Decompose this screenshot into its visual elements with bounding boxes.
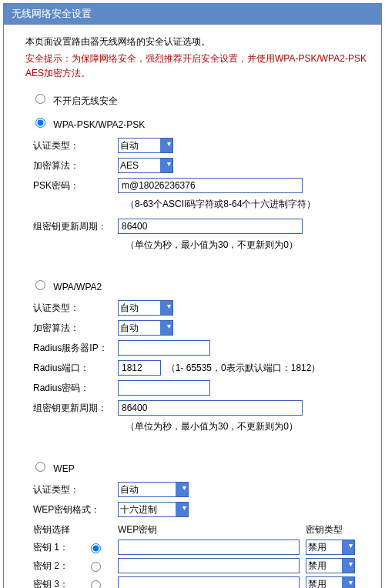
wep-row-2: 密钥 2： 禁用 <box>25 558 367 573</box>
input-radius-port[interactable] <box>118 360 161 376</box>
radio-disable-security[interactable] <box>35 94 45 104</box>
intro-text: 本页面设置路由器无线网络的安全认证选项。 <box>25 35 367 48</box>
input-rekey-period[interactable] <box>118 219 303 234</box>
header-key-select: 密钥选择 <box>25 523 118 536</box>
label-key3: 密钥 3： <box>33 578 69 588</box>
label-key2: 密钥 2： <box>33 560 69 573</box>
input-wep-key1[interactable] <box>118 540 300 555</box>
radio-wep-key3[interactable] <box>91 580 101 588</box>
select-wep-type2[interactable]: 禁用 <box>306 558 355 573</box>
label-rekey: 组密钥更新周期： <box>25 220 118 233</box>
hint-psk: （8-63个ASCII码字符或8-64个十六进制字符） <box>126 198 367 211</box>
hint-rekey: （单位为秒，最小值为30，不更新则为0） <box>126 239 367 252</box>
label-auth-type: 认证类型： <box>25 139 118 152</box>
select-wpa-encrypt[interactable]: 自动 <box>118 320 173 336</box>
label-radius-port: Radius端口： <box>25 362 118 375</box>
radio-wpa-psk-label: WPA-PSK/WPA2-PSK <box>53 119 145 130</box>
label-wep-auth: 认证类型： <box>25 483 118 496</box>
wep-row-3: 密钥 3： 禁用 <box>25 576 367 588</box>
select-wpapsk-auth[interactable]: 自动 <box>118 138 173 153</box>
header-wep-key: WEP密钥 <box>118 523 306 536</box>
page-title: 无线网络安全设置 <box>4 4 381 25</box>
label-wep-format: WEP密钥格式： <box>25 503 118 516</box>
radio-wpa-label: WPA/WPA2 <box>53 282 102 292</box>
label-radius-ip: Radius服务器IP： <box>25 342 118 355</box>
label-wpa-auth: 认证类型： <box>25 302 118 315</box>
input-wpa-rekey[interactable] <box>118 400 303 416</box>
input-wep-key3[interactable] <box>118 576 300 588</box>
radio-wep-key1[interactable] <box>91 543 101 553</box>
hint-wpa-rekey: （单位为秒，最小值为30，不更新则为0） <box>126 420 367 433</box>
input-psk-password[interactable] <box>118 178 303 193</box>
label-encrypt: 加密算法： <box>25 159 118 172</box>
header-key-type: 密钥类型 <box>306 523 367 536</box>
radio-disable-label: 不开启无线安全 <box>53 95 118 106</box>
input-radius-ip[interactable] <box>118 340 210 356</box>
radio-wep-label: WEP <box>53 463 74 474</box>
label-wpa-rekey: 组密钥更新周期： <box>25 402 118 415</box>
select-wpapsk-encrypt[interactable]: AES <box>118 158 173 173</box>
radio-wep-key2[interactable] <box>91 562 101 572</box>
hint-radius-port: （1- 65535，0表示默认端口：1812） <box>166 362 321 373</box>
security-warning: 安全提示：为保障网络安全，强烈推荐开启安全设置，并使用WPA-PSK/WPA2-… <box>25 52 367 81</box>
select-wep-type1[interactable]: 禁用 <box>306 540 355 555</box>
label-key1: 密钥 1： <box>33 541 69 554</box>
radio-wpa-psk[interactable] <box>35 118 45 128</box>
radio-wpa[interactable] <box>35 280 45 290</box>
select-wep-type3[interactable]: 禁用 <box>306 576 355 588</box>
select-wep-format[interactable]: 十六进制 <box>118 502 189 517</box>
label-wpa-encrypt: 加密算法： <box>25 322 118 335</box>
input-radius-password[interactable] <box>118 380 210 396</box>
radio-wep[interactable] <box>35 462 45 472</box>
label-radius-pwd: Radius密码： <box>25 382 118 395</box>
select-wpa-auth[interactable]: 自动 <box>118 300 173 316</box>
input-wep-key2[interactable] <box>118 558 300 573</box>
select-wep-auth[interactable]: 自动 <box>118 482 189 497</box>
wep-row-1: 密钥 1： 禁用 <box>25 540 367 555</box>
label-psk: PSK密码： <box>25 179 118 192</box>
